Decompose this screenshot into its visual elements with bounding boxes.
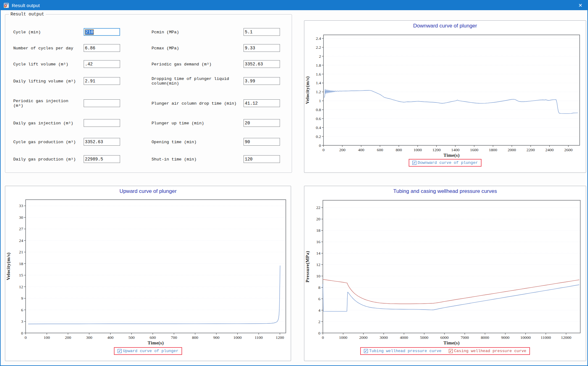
- svg-text:14: 14: [316, 251, 321, 256]
- svg-text:1800: 1800: [489, 148, 497, 152]
- legend-box: ✔Upward curve of plunger: [114, 347, 182, 355]
- svg-text:3000: 3000: [380, 335, 388, 340]
- svg-text:2600: 2600: [564, 148, 573, 152]
- svg-text:4000: 4000: [400, 335, 408, 340]
- svg-text:Velocity(m/s): Velocity(m/s): [305, 76, 310, 104]
- svg-text:500: 500: [128, 335, 135, 340]
- field-input[interactable]: [84, 44, 120, 52]
- titlebar[interactable]: Result output ✕: [1, 1, 587, 10]
- chart-plot-area: 0369121518212427303301002003004005006007…: [5, 197, 291, 347]
- svg-text:600: 600: [150, 335, 156, 340]
- field-label: Shut-in time (min): [152, 157, 244, 162]
- svg-text:2: 2: [318, 319, 320, 324]
- legend-label: Casing wellhead pressure curve: [454, 349, 526, 353]
- field-input[interactable]: [244, 28, 280, 36]
- field-input[interactable]: [244, 60, 280, 68]
- svg-text:16: 16: [316, 239, 321, 244]
- svg-text:0: 0: [323, 148, 325, 152]
- svg-text:0.2: 0.2: [316, 134, 321, 139]
- legend-item[interactable]: ✔Upward curve of plunger: [118, 349, 178, 353]
- svg-text:0.4: 0.4: [316, 125, 321, 130]
- field-label: Dropping time of plunger liquid column(m…: [152, 77, 244, 86]
- field-input[interactable]: [244, 155, 280, 163]
- svg-text:1200: 1200: [276, 335, 284, 340]
- svg-text:800: 800: [396, 148, 402, 152]
- svg-text:600: 600: [377, 148, 383, 152]
- svg-text:1.2: 1.2: [316, 89, 321, 94]
- form-row: Daily gas injection (m³)Plunger up time …: [5, 119, 292, 127]
- checkbox-checked-icon[interactable]: ✔: [364, 349, 368, 353]
- svg-text:6: 6: [21, 308, 23, 312]
- field-input[interactable]: [244, 138, 280, 146]
- legend-label: Downward curve of plunger: [418, 160, 478, 165]
- svg-text:0: 0: [21, 331, 23, 335]
- svg-text:2: 2: [319, 54, 321, 59]
- svg-text:30: 30: [19, 215, 23, 220]
- svg-text:7000: 7000: [461, 335, 469, 340]
- svg-text:1600: 1600: [470, 148, 478, 152]
- form-row: Daily lifting volume (m³)Dropping time o…: [5, 77, 292, 85]
- field-label: Periodic gas injection (m³): [13, 99, 80, 108]
- svg-text:2000: 2000: [508, 148, 516, 152]
- field-label: Pcmin (MPa): [152, 30, 244, 35]
- svg-text:1.4: 1.4: [316, 81, 321, 85]
- svg-text:3: 3: [21, 319, 23, 324]
- chart-legend: ✔Upward curve of plunger: [5, 347, 291, 361]
- close-icon[interactable]: ✕: [578, 1, 582, 10]
- field-input[interactable]: [84, 99, 120, 107]
- groupbox-label: Result output: [9, 12, 46, 17]
- legend-item[interactable]: ✔Casing wellhead pressure curve: [449, 349, 526, 353]
- form-row: Daily gas production (m³)Shut-in time (m…: [5, 155, 292, 163]
- legend-item[interactable]: ✔Tubing wellhead pressure curve: [364, 349, 441, 353]
- svg-text:200: 200: [339, 148, 346, 152]
- svg-text:1400: 1400: [451, 148, 460, 152]
- field-label: Periodic gas demand (m³): [152, 62, 244, 67]
- svg-text:2.4: 2.4: [316, 36, 321, 41]
- checkbox-checked-icon[interactable]: ✔: [449, 349, 453, 353]
- svg-text:27: 27: [19, 227, 23, 231]
- svg-text:12: 12: [316, 262, 321, 267]
- chart-title: Upward curve of plunger: [5, 186, 291, 197]
- field-input[interactable]: [84, 77, 120, 85]
- field-input[interactable]: [244, 119, 280, 127]
- svg-text:12000: 12000: [561, 335, 571, 340]
- window-title: Result output: [12, 3, 40, 8]
- field-input[interactable]: [84, 119, 120, 127]
- checkbox-checked-icon[interactable]: ✔: [118, 349, 122, 353]
- form-row: Periodic gas injection (m³)Plunger air c…: [5, 99, 292, 107]
- svg-text:18: 18: [19, 261, 23, 266]
- svg-text:6: 6: [318, 297, 320, 301]
- app-icon: [4, 3, 9, 8]
- field-input-focused[interactable]: 210: [84, 28, 120, 36]
- svg-text:9000: 9000: [501, 335, 510, 340]
- svg-text:2000: 2000: [359, 335, 368, 340]
- svg-text:400: 400: [358, 148, 365, 152]
- field-label: Daily lifting volume (m³): [13, 79, 80, 84]
- field-input[interactable]: [244, 44, 280, 52]
- field-input[interactable]: [244, 99, 280, 107]
- svg-text:24: 24: [19, 238, 23, 243]
- selected-text: 210: [85, 30, 94, 35]
- svg-text:1: 1: [319, 98, 321, 103]
- svg-text:20: 20: [316, 217, 321, 221]
- svg-text:5000: 5000: [420, 335, 428, 340]
- svg-text:300: 300: [86, 335, 93, 340]
- field-input[interactable]: [244, 77, 280, 85]
- svg-text:0: 0: [322, 335, 324, 340]
- field-input[interactable]: [84, 60, 120, 68]
- field-input[interactable]: [84, 138, 120, 146]
- svg-text:1000: 1000: [339, 335, 347, 340]
- chart-title: Tubing and casing wellhead pressure curv…: [304, 186, 586, 197]
- field-label: Plunger air column drop time (min): [152, 101, 244, 106]
- legend-label: Tubing wellhead pressure curve: [369, 349, 441, 353]
- chart-legend: ✔Tubing wellhead pressure curve✔Casing w…: [304, 347, 586, 361]
- svg-text:Pressure(MPa): Pressure(MPa): [305, 251, 310, 283]
- svg-text:11000: 11000: [541, 335, 551, 340]
- legend-item[interactable]: ✔Downward curve of plunger: [412, 160, 478, 165]
- checkbox-checked-icon[interactable]: ✔: [412, 161, 416, 165]
- svg-text:0.8: 0.8: [316, 107, 321, 112]
- chart-plot-area: 00.20.40.60.811.21.41.61.822.22.40200400…: [304, 31, 586, 159]
- field-label: Plunger up time (min): [152, 121, 244, 126]
- svg-text:21: 21: [19, 250, 23, 254]
- field-input[interactable]: [84, 155, 120, 163]
